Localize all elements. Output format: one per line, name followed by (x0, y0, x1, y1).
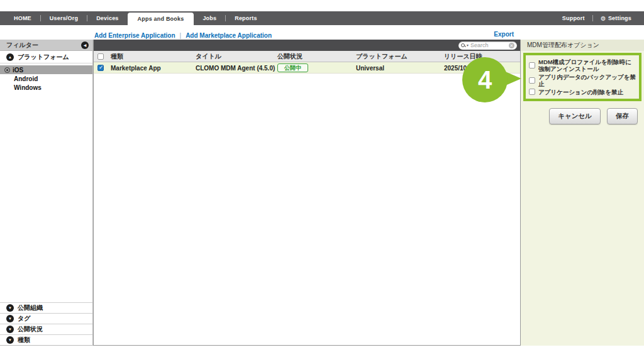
table-toolbar: ▼ Search ✕ (94, 40, 520, 51)
filter-section-label: 種類 (18, 336, 30, 344)
panel-actions: キャンセル 保存 (549, 108, 638, 124)
search-icon (461, 43, 465, 48)
row-checkbox[interactable] (97, 65, 104, 71)
chevron-down-circle-icon: ▼ (6, 315, 14, 322)
add-marketplace-application-link[interactable]: Add Marketplace Application (186, 32, 272, 39)
row-platform: Universal (356, 62, 384, 74)
nav-item-users-org[interactable]: Users/Org (41, 11, 87, 25)
column-header-status[interactable]: 公開状況 (277, 51, 303, 62)
selected-radio-icon (4, 67, 10, 73)
column-header-type[interactable]: 種類 (111, 51, 123, 62)
top-nav: HOME Users/Org Devices Apps and Books Jo… (0, 11, 644, 25)
filter-section-public-org[interactable]: ▼ 公開組織 (0, 302, 92, 313)
nav-item-settings[interactable]: ⚙ Settings (593, 15, 639, 22)
nav-tabs: HOME Users/Org Devices Apps and Books Jo… (5, 11, 266, 25)
save-button[interactable]: 保存 (607, 108, 638, 124)
callout-number: 4 (478, 67, 492, 92)
option-prohibit-backup[interactable]: アプリ内データのバックアップを禁止 (529, 74, 636, 88)
chevron-down-circle-icon: ▼ (6, 304, 14, 312)
collapsed-filter-sections: ▼ 公開組織 ▼ タグ ▼ 公開状況 ▼ 種類 (0, 302, 92, 345)
panel-title: MDM管理配布オプション (521, 40, 644, 51)
search-placeholder: Search (470, 42, 509, 48)
filter-section-label: プラットフォーム (18, 53, 69, 62)
option-label: アプリケーションの削除を禁止 (538, 89, 623, 96)
sidebar-item-android[interactable]: Android (0, 74, 92, 83)
option-checkbox[interactable] (529, 89, 535, 95)
highlighted-options-box: MDM構成プロファイルを削除時に強制アンインストール アプリ内データのバックアッ… (523, 53, 641, 101)
mdm-options-panel: MDM管理配布オプション MDM構成プロファイルを削除時に強制アンインストール … (521, 40, 644, 346)
filter-sidebar: フィルター ◀ ▲ プラットフォーム iOS Android Windows ▼… (0, 40, 93, 346)
gear-icon: ⚙ (601, 15, 606, 22)
filter-section-platform[interactable]: ▲ プラットフォーム (0, 51, 92, 63)
nav-item-home[interactable]: HOME (5, 11, 40, 25)
nav-item-devices[interactable]: Devices (87, 11, 127, 25)
option-label: MDM構成プロファイルを削除時に強制アンインストール (538, 58, 636, 73)
option-checkbox[interactable] (529, 62, 535, 69)
application-table: ▼ Search ✕ 種類 タイトル 公開状況 プラットフォーム リリース日時 … (93, 40, 521, 346)
row-title: CLOMO MDM Agent (4.5.0) (196, 62, 275, 74)
chevron-down-circle-icon: ▼ (6, 336, 14, 344)
sidebar-item-ios[interactable]: iOS (0, 65, 92, 74)
column-header-title[interactable]: タイトル (196, 51, 221, 62)
chevron-left-circle-icon[interactable]: ◀ (81, 41, 89, 49)
option-label: アプリ内データのバックアップを禁止 (538, 74, 636, 88)
cancel-button[interactable]: キャンセル (549, 108, 601, 124)
filter-section-tag[interactable]: ▼ タグ (0, 313, 92, 324)
platform-label: Android (14, 75, 38, 82)
row-type: Marketplace App (111, 62, 161, 74)
filter-section-publication-status[interactable]: ▼ 公開状況 (0, 324, 92, 334)
filter-section-label: 公開状況 (18, 325, 43, 334)
nav-item-support[interactable]: Support (555, 15, 592, 21)
step-callout: 4 (462, 57, 508, 102)
status-badge: 公開中 (277, 63, 308, 73)
filter-header: フィルター ◀ (0, 40, 92, 51)
export-link[interactable]: Export (494, 31, 514, 38)
search-input[interactable]: ▼ Search ✕ (458, 41, 517, 50)
column-header-platform[interactable]: プラットフォーム (356, 51, 408, 62)
platform-label: iOS (13, 67, 23, 74)
filter-section-type[interactable]: ▼ 種類 (0, 334, 92, 345)
table-row[interactable]: Marketplace App CLOMO MDM Agent (4.5.0) … (94, 62, 520, 74)
add-enterprise-application-link[interactable]: Add Enterprise Application (94, 32, 175, 39)
settings-label: Settings (608, 15, 631, 21)
clear-circle-icon[interactable]: ✕ (509, 43, 514, 48)
sidebar-item-windows[interactable]: Windows (0, 83, 92, 92)
option-force-uninstall[interactable]: MDM構成プロファイルを削除時に強制アンインストール (529, 58, 636, 73)
nav-item-apps-and-books[interactable]: Apps and Books (128, 13, 194, 25)
option-checkbox[interactable] (529, 77, 535, 84)
nav-item-reports[interactable]: Reports (226, 11, 265, 25)
filter-section-label: 公開組織 (18, 304, 43, 312)
search-scope-caret-icon[interactable]: ▼ (466, 43, 469, 47)
select-all-checkbox[interactable] (97, 53, 104, 60)
chevron-down-circle-icon: ▼ (6, 326, 14, 333)
chevron-up-circle-icon: ▲ (6, 53, 14, 61)
nav-item-jobs[interactable]: Jobs (194, 11, 225, 25)
nav-utility: Support ⚙ Settings (555, 11, 639, 25)
table-header-row: 種類 タイトル 公開状況 プラットフォーム リリース日時 (94, 51, 520, 62)
option-prohibit-removal[interactable]: アプリケーションの削除を禁止 (529, 89, 636, 96)
platform-list: iOS Android Windows (0, 63, 92, 92)
link-separator: | (180, 32, 182, 39)
app-actions: Add Enterprise Application | Add Marketp… (94, 31, 272, 40)
filter-title: フィルター (6, 41, 81, 50)
clomo-admin-window: HOME Users/Org Devices Apps and Books Jo… (0, 0, 644, 362)
filter-section-label: タグ (18, 314, 30, 323)
platform-label: Windows (14, 84, 42, 91)
